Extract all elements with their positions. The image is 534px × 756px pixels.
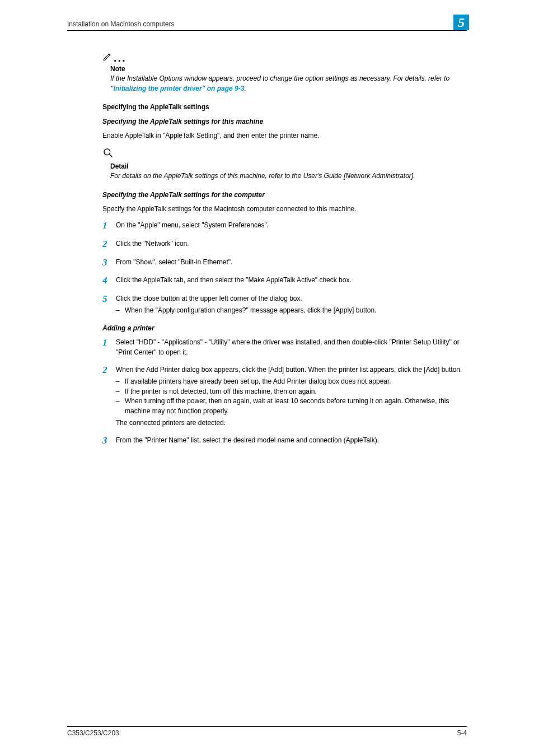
dash-icon: – (116, 377, 125, 386)
footer-rule (67, 726, 467, 727)
footer-left: C353/C253/C203 (67, 729, 119, 737)
note-text-after: . (244, 85, 246, 92)
sub-item: – If the printer is not detected, turn o… (116, 387, 467, 396)
dash-icon: – (116, 396, 125, 416)
step-body: When the Add Printer dialog box appears,… (116, 365, 467, 375)
step-number: 5 (102, 294, 116, 316)
step-body: Click the "Network" icon. (116, 239, 467, 250)
detail-block: Detail For details on the AppleTalk sett… (102, 147, 467, 181)
step-number: 2 (102, 365, 116, 428)
step-number: 1 (102, 338, 116, 357)
note-text-before: If the Installable Options window appear… (110, 74, 449, 82)
step-after-text: The connected printers are detected. (116, 418, 467, 428)
heading-appletalk-settings: Specifying the AppleTalk settings (102, 102, 467, 112)
paragraph: Specify the AppleTalk settings for the M… (102, 204, 467, 214)
step-body: Click the close button at the upper left… (116, 294, 467, 304)
step-a4: 4 Click the AppleTalk tab, and then sele… (102, 276, 467, 286)
step-body: From the "Printer Name" list, select the… (116, 436, 467, 446)
pencil-icon (102, 52, 113, 64)
step-a5: 5 Click the close button at the upper le… (102, 294, 467, 316)
step-body: Select "HDD" - "Applications" - "Utility… (116, 338, 467, 357)
step-body: From "Show", select "Built-in Ethernet". (116, 258, 467, 268)
heading-adding-printer: Adding a printer (102, 324, 467, 333)
running-header: Installation on Macintosh computers (67, 20, 467, 28)
step-a1: 1 On the "Apple" menu, select "System Pr… (102, 221, 467, 231)
paragraph: Enable AppleTalk in "AppleTalk Setting",… (102, 131, 467, 141)
heading-appletalk-computer: Specifying the AppleTalk settings for th… (102, 190, 467, 200)
step-number: 1 (102, 221, 116, 231)
sub-item: – If available printers have already bee… (116, 377, 467, 386)
step-b2: 2 When the Add Printer dialog box appear… (102, 365, 467, 428)
note-dots: ... (114, 52, 127, 64)
magnifier-icon (102, 152, 114, 160)
note-label: Note (110, 64, 467, 74)
sub-item: – When turning off the power, then on ag… (116, 396, 467, 416)
section-number-tab: 5 (453, 15, 469, 30)
sub-text: If the printer is not detected, turn off… (125, 387, 467, 396)
sub-text: If available printers have already been … (125, 377, 467, 386)
note-body: If the Installable Options window appear… (110, 74, 467, 94)
dash-icon: – (116, 306, 125, 315)
step-body: On the "Apple" menu, select "System Pref… (116, 221, 467, 231)
step-number: 3 (102, 436, 116, 446)
sub-item: – When the "Apply configuration changes?… (116, 306, 467, 315)
heading-appletalk-machine: Specifying the AppleTalk settings for th… (102, 117, 467, 127)
step-b3: 3 From the "Printer Name" list, select t… (102, 436, 467, 446)
sub-text: When the "Apply configuration changes?" … (125, 306, 467, 315)
step-a3: 3 From "Show", select "Built-in Ethernet… (102, 258, 467, 268)
step-number: 3 (102, 258, 116, 268)
header-rule (67, 30, 467, 31)
detail-label: Detail (110, 162, 467, 171)
svg-point-0 (104, 149, 110, 155)
note-block: ... Note If the Installable Options wind… (102, 48, 467, 94)
step-a2: 2 Click the "Network" icon. (102, 239, 467, 250)
detail-body: For details on the AppleTalk settings of… (110, 171, 467, 181)
step-number: 2 (102, 239, 116, 250)
sub-text: When turning off the power, then on agai… (125, 396, 467, 416)
dash-icon: – (116, 387, 125, 396)
footer-right: 5-4 (457, 729, 467, 737)
svg-line-1 (110, 155, 113, 157)
note-link[interactable]: "Initializing the printer driver" on pag… (110, 85, 244, 92)
step-body: Click the AppleTalk tab, and then select… (116, 276, 467, 286)
footer: C353/C253/C203 5-4 (67, 729, 467, 737)
step-number: 4 (102, 276, 116, 286)
step-b1: 1 Select "HDD" - "Applications" - "Utili… (102, 338, 467, 357)
